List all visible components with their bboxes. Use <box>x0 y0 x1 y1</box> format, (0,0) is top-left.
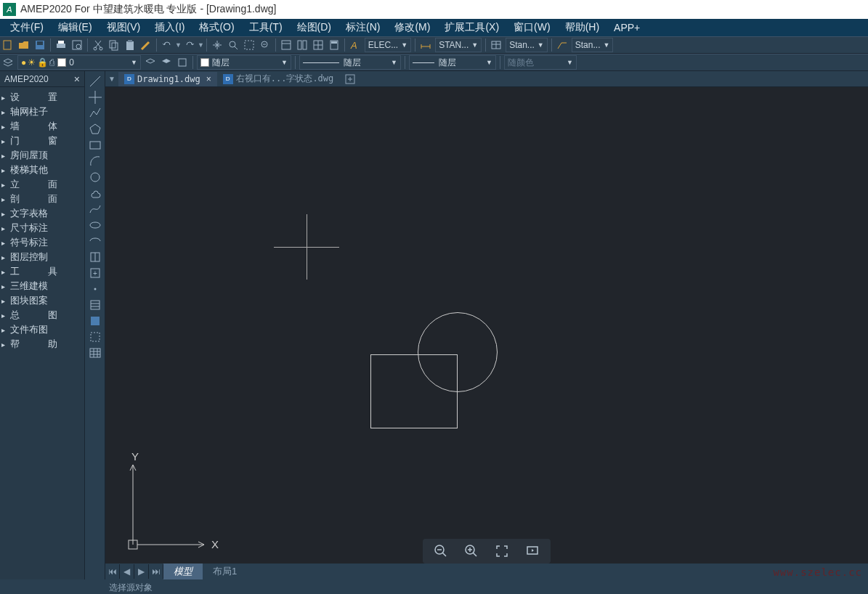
zoom-icon[interactable] <box>226 38 240 52</box>
menu-edit[interactable]: 编辑(E) <box>51 20 100 36</box>
drawn-circle[interactable] <box>418 312 498 392</box>
revcloud-tool-icon[interactable] <box>87 186 103 200</box>
table-style-icon[interactable] <box>489 38 503 52</box>
layer-prev-icon[interactable] <box>143 55 158 70</box>
menu-format[interactable]: 格式(O) <box>192 20 241 36</box>
paste-icon[interactable] <box>123 38 137 52</box>
tab-first-icon[interactable]: ⏮ <box>105 564 120 579</box>
menu-dimension[interactable]: 标注(N) <box>338 20 387 36</box>
menu-draw[interactable]: 绘图(D) <box>290 20 338 36</box>
tree-item[interactable]: ▸门 窗 <box>1 134 83 148</box>
color-dropdown[interactable]: 随层▼ <box>197 55 291 70</box>
design-center-icon[interactable] <box>295 38 309 52</box>
properties-icon[interactable] <box>279 38 293 52</box>
undo-icon[interactable] <box>160 38 174 52</box>
tree-item[interactable]: ▸房间屋顶 <box>1 148 83 163</box>
file-tab-active[interactable]: D Drawing1.dwg × <box>118 72 217 86</box>
polygon-tool-icon[interactable] <box>87 122 103 137</box>
arc-tool-icon[interactable] <box>87 154 103 168</box>
line-tool-icon[interactable] <box>87 74 103 89</box>
open-icon[interactable] <box>17 38 31 52</box>
region-tool-icon[interactable] <box>87 330 103 344</box>
block-make-tool-icon[interactable]: + <box>87 266 103 280</box>
spline-tool-icon[interactable] <box>87 202 103 216</box>
tree-item[interactable]: ▸总 图 <box>1 308 83 322</box>
tree-item[interactable]: ▸工 具 <box>1 264 83 279</box>
table-style-dropdown[interactable]: Stan...▼ <box>506 38 548 52</box>
model-viewport[interactable]: Y X ⏮ ◀ ▶ ⏭ <box>105 87 868 579</box>
zoom-in-icon[interactable] <box>463 543 479 559</box>
tab-last-icon[interactable]: ⏭ <box>149 564 163 579</box>
print-preview-icon[interactable] <box>70 38 84 52</box>
pan-icon[interactable] <box>210 38 224 52</box>
tab-next-icon[interactable]: ▶ <box>134 564 149 579</box>
tree-item[interactable]: ▸文字表格 <box>1 206 83 221</box>
copy-icon[interactable] <box>107 38 121 52</box>
present-icon[interactable] <box>524 543 540 559</box>
match-icon[interactable] <box>139 38 153 52</box>
cut-icon[interactable] <box>91 38 105 52</box>
undo-dropdown-icon[interactable]: ▼ <box>175 41 182 49</box>
layer-iso-icon[interactable] <box>159 55 174 70</box>
new-icon[interactable] <box>1 38 15 52</box>
rectangle-tool-icon[interactable] <box>87 138 103 152</box>
close-tab-icon[interactable]: × <box>206 74 211 84</box>
layer-state-icon[interactable] <box>175 55 190 70</box>
linetype-dropdown[interactable]: 随层▼ <box>299 55 401 70</box>
tool-palette-icon[interactable] <box>311 38 325 52</box>
menu-view[interactable]: 视图(V) <box>100 20 148 36</box>
ellipse-tool-icon[interactable] <box>87 218 103 232</box>
layer-dropdown[interactable]: ● ☀ 🔒 ⎙ 0 ▼ <box>17 55 141 70</box>
tab-prev-icon[interactable]: ◀ <box>120 564 134 579</box>
plotstyle-dropdown[interactable]: 随颜色▼ <box>504 55 577 70</box>
tree-item[interactable]: ▸尺寸标注 <box>1 221 83 235</box>
new-tab-button[interactable] <box>339 72 362 86</box>
fullscreen-icon[interactable] <box>494 543 510 559</box>
tree-item[interactable]: ▸剖 面 <box>1 192 83 206</box>
mleader-style-icon[interactable] <box>555 38 569 52</box>
point-tool-icon[interactable] <box>87 282 103 296</box>
ellipse-arc-tool-icon[interactable] <box>87 234 103 248</box>
redo-icon[interactable] <box>182 38 197 52</box>
tree-item[interactable]: ▸轴网柱子 <box>1 105 83 119</box>
file-tab-inactive[interactable]: D 右视口有...字状态.dwg <box>217 72 340 86</box>
gradient-tool-icon[interactable] <box>87 314 103 328</box>
block-insert-tool-icon[interactable] <box>87 250 103 264</box>
tree-item[interactable]: ▸图块图案 <box>1 293 83 308</box>
tree-item[interactable]: ▸楼梯其他 <box>1 163 83 177</box>
layout-tab[interactable]: 布局1 <box>203 564 247 579</box>
menu-help[interactable]: 帮助(H) <box>558 20 607 36</box>
zoom-window-icon[interactable] <box>242 38 256 52</box>
xline-tool-icon[interactable] <box>87 90 103 105</box>
polyline-tool-icon[interactable] <box>87 106 103 121</box>
dim-style-dropdown[interactable]: STAN...▼ <box>435 38 482 52</box>
menu-app[interactable]: APP+ <box>607 20 647 35</box>
print-icon[interactable] <box>54 38 68 52</box>
calc-icon[interactable] <box>327 38 341 52</box>
menu-insert[interactable]: 插入(I) <box>147 20 192 36</box>
dim-style-icon[interactable] <box>418 38 433 52</box>
text-style-icon[interactable]: A <box>348 38 362 52</box>
circle-tool-icon[interactable] <box>87 170 103 184</box>
tree-item[interactable]: ▸文件布图 <box>1 322 83 337</box>
file-tabs-dropdown-icon[interactable]: ▼ <box>105 73 118 86</box>
tree-item[interactable]: ▸立 面 <box>1 177 83 192</box>
tree-item[interactable]: ▸三维建模 <box>1 279 83 293</box>
menu-file[interactable]: 文件(F) <box>3 20 51 36</box>
tree-item[interactable]: ▸图层控制 <box>1 250 83 264</box>
text-style-dropdown[interactable]: ELEC...▼ <box>365 38 411 52</box>
tree-item[interactable]: ▸设 置 <box>1 90 83 105</box>
menu-modify[interactable]: 修改(M) <box>387 20 437 36</box>
tree-item[interactable]: ▸符号标注 <box>1 235 83 250</box>
hatch-tool-icon[interactable] <box>87 298 103 312</box>
tree-item[interactable]: ▸墙 体 <box>1 119 83 134</box>
zoom-out-icon[interactable] <box>433 543 449 559</box>
mleader-style-dropdown[interactable]: Stan...▼ <box>572 38 614 52</box>
menu-extend-tools[interactable]: 扩展工具(X) <box>437 20 506 36</box>
model-tab[interactable]: 模型 <box>163 564 203 579</box>
zoom-prev-icon[interactable] <box>258 38 272 52</box>
table-tool-icon[interactable] <box>87 346 103 360</box>
lineweight-dropdown[interactable]: 随层▼ <box>409 55 496 70</box>
redo-dropdown-icon[interactable]: ▼ <box>198 41 204 49</box>
menu-tools[interactable]: 工具(T) <box>242 20 290 36</box>
